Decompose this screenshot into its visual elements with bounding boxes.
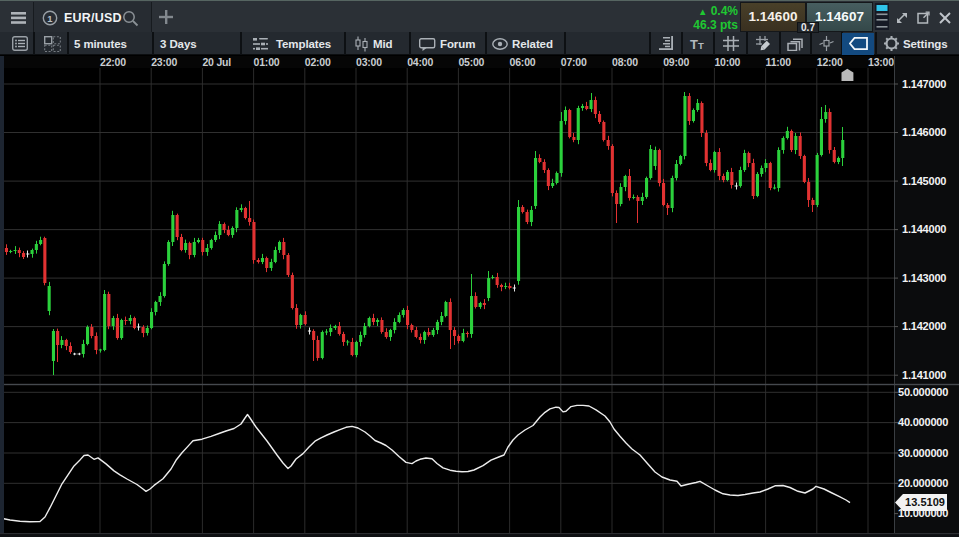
- svg-text:30.000000: 30.000000: [898, 447, 948, 459]
- svg-text:13.5109: 13.5109: [905, 496, 945, 508]
- svg-text:04:00: 04:00: [407, 56, 433, 68]
- svg-text:40.000000: 40.000000: [898, 416, 948, 428]
- svg-text:05:00: 05:00: [458, 56, 484, 68]
- svg-text:23:00: 23:00: [151, 56, 177, 68]
- svg-text:11:00: 11:00: [766, 56, 792, 68]
- svg-text:12:00: 12:00: [817, 56, 843, 68]
- svg-text:09:00: 09:00: [663, 56, 689, 68]
- svg-text:50.000000: 50.000000: [898, 386, 948, 398]
- svg-text:01:00: 01:00: [254, 56, 280, 68]
- svg-text:07:00: 07:00: [561, 56, 587, 68]
- svg-text:1.141000: 1.141000: [902, 369, 946, 381]
- svg-text:22:00: 22:00: [100, 56, 126, 68]
- svg-text:20.000000: 20.000000: [898, 477, 948, 489]
- svg-text:06:00: 06:00: [510, 56, 536, 68]
- svg-text:20 Jul: 20 Jul: [202, 56, 231, 68]
- svg-text:03:00: 03:00: [356, 56, 382, 68]
- svg-text:1.147000: 1.147000: [902, 78, 946, 90]
- svg-text:13:00: 13:00: [868, 56, 894, 68]
- svg-text:1.144000: 1.144000: [902, 223, 946, 235]
- svg-text:1.146000: 1.146000: [902, 126, 946, 138]
- svg-text:1: 1: [47, 13, 53, 24]
- svg-text:02:00: 02:00: [305, 56, 331, 68]
- svg-text:08:00: 08:00: [612, 56, 638, 68]
- svg-text:1.145000: 1.145000: [902, 175, 946, 187]
- svg-text:1.143000: 1.143000: [902, 272, 946, 284]
- svg-text:10:00: 10:00: [714, 56, 740, 68]
- svg-text:1.142000: 1.142000: [902, 320, 946, 332]
